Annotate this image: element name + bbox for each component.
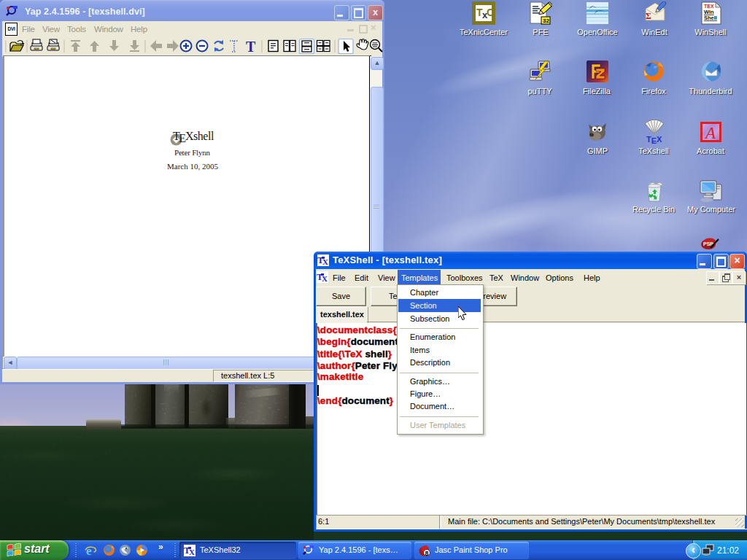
svg-text:Σ: Σ [646,11,651,21]
svg-text:e: e [86,544,92,556]
svg-text:A: A [704,124,716,142]
svg-text:32: 32 [543,18,549,24]
svg-text:TEX: TEX [704,4,714,9]
svg-text:C: C [487,7,494,18]
svg-text:8: 8 [425,550,429,557]
svg-text:TEX: TEX [646,135,662,144]
svg-text:T: T [246,39,256,55]
svg-text:Shell: Shell [704,15,717,21]
